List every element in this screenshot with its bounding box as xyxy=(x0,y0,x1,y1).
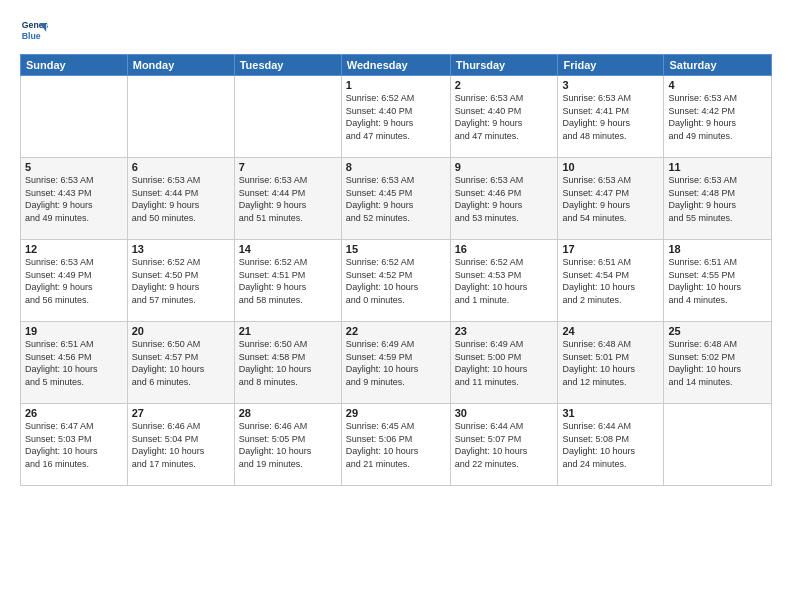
day-info: Sunrise: 6:47 AM Sunset: 5:03 PM Dayligh… xyxy=(25,420,123,470)
calendar-cell: 5Sunrise: 6:53 AM Sunset: 4:43 PM Daylig… xyxy=(21,158,128,240)
calendar-cell: 18Sunrise: 6:51 AM Sunset: 4:55 PM Dayli… xyxy=(664,240,772,322)
day-number: 25 xyxy=(668,325,767,337)
day-number: 28 xyxy=(239,407,337,419)
day-number: 8 xyxy=(346,161,446,173)
day-number: 4 xyxy=(668,79,767,91)
day-info: Sunrise: 6:53 AM Sunset: 4:49 PM Dayligh… xyxy=(25,256,123,306)
calendar-cell xyxy=(234,76,341,158)
day-number: 29 xyxy=(346,407,446,419)
day-number: 27 xyxy=(132,407,230,419)
day-info: Sunrise: 6:50 AM Sunset: 4:58 PM Dayligh… xyxy=(239,338,337,388)
day-number: 20 xyxy=(132,325,230,337)
day-number: 1 xyxy=(346,79,446,91)
day-info: Sunrise: 6:51 AM Sunset: 4:54 PM Dayligh… xyxy=(562,256,659,306)
calendar-cell xyxy=(21,76,128,158)
calendar-cell: 29Sunrise: 6:45 AM Sunset: 5:06 PM Dayli… xyxy=(341,404,450,486)
calendar-cell: 10Sunrise: 6:53 AM Sunset: 4:47 PM Dayli… xyxy=(558,158,664,240)
calendar-cell: 3Sunrise: 6:53 AM Sunset: 4:41 PM Daylig… xyxy=(558,76,664,158)
weekday-header-saturday: Saturday xyxy=(664,55,772,76)
day-info: Sunrise: 6:53 AM Sunset: 4:44 PM Dayligh… xyxy=(132,174,230,224)
day-info: Sunrise: 6:48 AM Sunset: 5:02 PM Dayligh… xyxy=(668,338,767,388)
day-info: Sunrise: 6:49 AM Sunset: 4:59 PM Dayligh… xyxy=(346,338,446,388)
day-number: 10 xyxy=(562,161,659,173)
calendar-cell: 4Sunrise: 6:53 AM Sunset: 4:42 PM Daylig… xyxy=(664,76,772,158)
calendar-cell: 27Sunrise: 6:46 AM Sunset: 5:04 PM Dayli… xyxy=(127,404,234,486)
day-number: 9 xyxy=(455,161,554,173)
day-info: Sunrise: 6:52 AM Sunset: 4:53 PM Dayligh… xyxy=(455,256,554,306)
calendar-cell: 15Sunrise: 6:52 AM Sunset: 4:52 PM Dayli… xyxy=(341,240,450,322)
calendar-cell: 9Sunrise: 6:53 AM Sunset: 4:46 PM Daylig… xyxy=(450,158,558,240)
calendar-cell: 26Sunrise: 6:47 AM Sunset: 5:03 PM Dayli… xyxy=(21,404,128,486)
calendar-cell: 17Sunrise: 6:51 AM Sunset: 4:54 PM Dayli… xyxy=(558,240,664,322)
day-number: 11 xyxy=(668,161,767,173)
day-info: Sunrise: 6:48 AM Sunset: 5:01 PM Dayligh… xyxy=(562,338,659,388)
day-info: Sunrise: 6:52 AM Sunset: 4:40 PM Dayligh… xyxy=(346,92,446,142)
calendar-cell: 21Sunrise: 6:50 AM Sunset: 4:58 PM Dayli… xyxy=(234,322,341,404)
day-number: 17 xyxy=(562,243,659,255)
calendar-cell: 22Sunrise: 6:49 AM Sunset: 4:59 PM Dayli… xyxy=(341,322,450,404)
day-number: 26 xyxy=(25,407,123,419)
calendar-cell: 19Sunrise: 6:51 AM Sunset: 4:56 PM Dayli… xyxy=(21,322,128,404)
day-info: Sunrise: 6:44 AM Sunset: 5:07 PM Dayligh… xyxy=(455,420,554,470)
calendar-cell: 24Sunrise: 6:48 AM Sunset: 5:01 PM Dayli… xyxy=(558,322,664,404)
day-info: Sunrise: 6:49 AM Sunset: 5:00 PM Dayligh… xyxy=(455,338,554,388)
day-info: Sunrise: 6:53 AM Sunset: 4:42 PM Dayligh… xyxy=(668,92,767,142)
day-info: Sunrise: 6:51 AM Sunset: 4:55 PM Dayligh… xyxy=(668,256,767,306)
weekday-header-sunday: Sunday xyxy=(21,55,128,76)
day-number: 13 xyxy=(132,243,230,255)
calendar-cell: 1Sunrise: 6:52 AM Sunset: 4:40 PM Daylig… xyxy=(341,76,450,158)
day-number: 31 xyxy=(562,407,659,419)
calendar-cell: 12Sunrise: 6:53 AM Sunset: 4:49 PM Dayli… xyxy=(21,240,128,322)
day-info: Sunrise: 6:53 AM Sunset: 4:44 PM Dayligh… xyxy=(239,174,337,224)
day-info: Sunrise: 6:53 AM Sunset: 4:45 PM Dayligh… xyxy=(346,174,446,224)
weekday-header-tuesday: Tuesday xyxy=(234,55,341,76)
weekday-header-monday: Monday xyxy=(127,55,234,76)
calendar-cell: 8Sunrise: 6:53 AM Sunset: 4:45 PM Daylig… xyxy=(341,158,450,240)
day-info: Sunrise: 6:53 AM Sunset: 4:48 PM Dayligh… xyxy=(668,174,767,224)
day-info: Sunrise: 6:46 AM Sunset: 5:04 PM Dayligh… xyxy=(132,420,230,470)
calendar-cell xyxy=(664,404,772,486)
day-number: 5 xyxy=(25,161,123,173)
calendar-cell: 7Sunrise: 6:53 AM Sunset: 4:44 PM Daylig… xyxy=(234,158,341,240)
day-number: 21 xyxy=(239,325,337,337)
day-number: 3 xyxy=(562,79,659,91)
logo-icon: General Blue xyxy=(20,16,48,44)
calendar-cell xyxy=(127,76,234,158)
day-number: 24 xyxy=(562,325,659,337)
day-info: Sunrise: 6:52 AM Sunset: 4:51 PM Dayligh… xyxy=(239,256,337,306)
calendar-table: SundayMondayTuesdayWednesdayThursdayFrid… xyxy=(20,54,772,486)
day-number: 6 xyxy=(132,161,230,173)
calendar-cell: 13Sunrise: 6:52 AM Sunset: 4:50 PM Dayli… xyxy=(127,240,234,322)
svg-text:Blue: Blue xyxy=(22,31,41,41)
day-info: Sunrise: 6:52 AM Sunset: 4:52 PM Dayligh… xyxy=(346,256,446,306)
day-info: Sunrise: 6:50 AM Sunset: 4:57 PM Dayligh… xyxy=(132,338,230,388)
day-number: 2 xyxy=(455,79,554,91)
day-number: 22 xyxy=(346,325,446,337)
day-number: 30 xyxy=(455,407,554,419)
calendar-cell: 20Sunrise: 6:50 AM Sunset: 4:57 PM Dayli… xyxy=(127,322,234,404)
day-number: 23 xyxy=(455,325,554,337)
weekday-header-wednesday: Wednesday xyxy=(341,55,450,76)
calendar-cell: 31Sunrise: 6:44 AM Sunset: 5:08 PM Dayli… xyxy=(558,404,664,486)
day-info: Sunrise: 6:45 AM Sunset: 5:06 PM Dayligh… xyxy=(346,420,446,470)
weekday-header-friday: Friday xyxy=(558,55,664,76)
day-number: 18 xyxy=(668,243,767,255)
calendar-cell: 11Sunrise: 6:53 AM Sunset: 4:48 PM Dayli… xyxy=(664,158,772,240)
day-info: Sunrise: 6:46 AM Sunset: 5:05 PM Dayligh… xyxy=(239,420,337,470)
day-number: 12 xyxy=(25,243,123,255)
calendar-cell: 14Sunrise: 6:52 AM Sunset: 4:51 PM Dayli… xyxy=(234,240,341,322)
day-info: Sunrise: 6:52 AM Sunset: 4:50 PM Dayligh… xyxy=(132,256,230,306)
calendar-cell: 28Sunrise: 6:46 AM Sunset: 5:05 PM Dayli… xyxy=(234,404,341,486)
weekday-header-thursday: Thursday xyxy=(450,55,558,76)
calendar-cell: 25Sunrise: 6:48 AM Sunset: 5:02 PM Dayli… xyxy=(664,322,772,404)
day-info: Sunrise: 6:53 AM Sunset: 4:43 PM Dayligh… xyxy=(25,174,123,224)
day-info: Sunrise: 6:51 AM Sunset: 4:56 PM Dayligh… xyxy=(25,338,123,388)
day-number: 19 xyxy=(25,325,123,337)
calendar-cell: 23Sunrise: 6:49 AM Sunset: 5:00 PM Dayli… xyxy=(450,322,558,404)
day-number: 16 xyxy=(455,243,554,255)
day-info: Sunrise: 6:44 AM Sunset: 5:08 PM Dayligh… xyxy=(562,420,659,470)
day-number: 14 xyxy=(239,243,337,255)
calendar-cell: 30Sunrise: 6:44 AM Sunset: 5:07 PM Dayli… xyxy=(450,404,558,486)
calendar-cell: 16Sunrise: 6:52 AM Sunset: 4:53 PM Dayli… xyxy=(450,240,558,322)
day-info: Sunrise: 6:53 AM Sunset: 4:47 PM Dayligh… xyxy=(562,174,659,224)
